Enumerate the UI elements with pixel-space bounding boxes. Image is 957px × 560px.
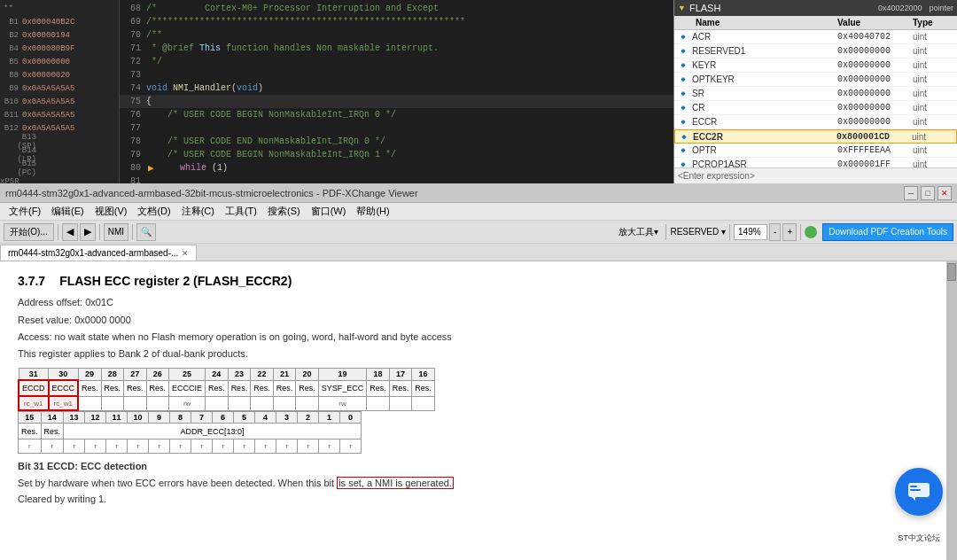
scrollbar[interactable] <box>946 261 957 560</box>
pdf-titlebar: rm0444-stm32g0x1-advanced-armbased-32bit… <box>0 183 957 203</box>
zoom-in-btn[interactable]: + <box>782 223 797 241</box>
field-res5: Res. <box>206 380 229 396</box>
code-line-71: * @brief This function handles Non maska… <box>146 43 439 53</box>
toolbar-nmi-btn[interactable]: NMI <box>104 223 128 241</box>
reg-row-keyr[interactable]: ◆ KEYR 0x00000000 uint <box>674 58 957 73</box>
field-res1: Res. <box>78 380 101 396</box>
toolbar-sep2 <box>99 224 100 240</box>
bit-desc-section: Bit 31 ECCD: ECC detection Set by hardwa… <box>18 459 929 507</box>
var-b8-val: 0x00000020 <box>22 71 70 80</box>
toolbar-sep3 <box>132 224 133 240</box>
field-res6: Res. <box>228 380 251 396</box>
reg-row-acr[interactable]: ◆ ACR 0x40040702 uint <box>674 30 957 44</box>
chat-label: ST中文论坛 <box>888 533 950 544</box>
toolbar-sep1 <box>58 224 58 240</box>
chat-bubble[interactable] <box>895 468 943 516</box>
pdf-tab-label: rm0444-stm32g0x1-advanced-armbased-... <box>8 248 178 258</box>
reg-panel-addr: 0x40022000 <box>878 4 922 12</box>
toolbar-search-btn[interactable]: 🔍 <box>136 223 156 241</box>
sidebar-header: ** <box>4 4 13 13</box>
field-res4: Res. <box>146 380 169 396</box>
menu-edit[interactable]: 编辑(E) <box>46 205 89 218</box>
menu-help[interactable]: 帮助(H) <box>351 205 394 218</box>
toolbar-fwd-btn[interactable]: ▶ <box>80 223 96 241</box>
reg-row-reserved1[interactable]: ◆ RESERVED1 0x00000000 uint <box>674 44 957 58</box>
reg-row-optkeyr[interactable]: ◆ OPTKEYR 0x00000000 uint <box>674 73 957 87</box>
menu-doc[interactable]: 文档(D) <box>132 205 175 218</box>
svg-rect-2 <box>910 489 921 491</box>
menu-tools[interactable]: 工具(T) <box>220 205 262 218</box>
pdf-tab-active[interactable]: rm0444-stm32g0x1-advanced-armbased-... ✕ <box>0 245 197 261</box>
download-btn[interactable]: Download PDF Creation Tools <box>822 223 953 241</box>
pdf-toolbar: 开始(O)... ◀ ▶ NMI 🔍 放大工具▾ RESERVED ▾ 149%… <box>0 221 957 244</box>
var-b11-val: 0x0A5A5A5A5 <box>22 111 74 120</box>
menu-view[interactable]: 视图(V) <box>89 205 133 218</box>
reg-row-ecc2r[interactable]: ◆ ECC2R 0x800001CD uint <box>674 129 957 144</box>
bit-desc-body: Set by hardware when two ECC errors have… <box>18 476 929 491</box>
tab-close-icon[interactable]: ✕ <box>182 249 189 258</box>
var-b9-val: 0x0A5A5A5A5 <box>22 84 74 93</box>
reg-row-cr[interactable]: ◆ CR 0x00000000 uint <box>674 101 957 115</box>
zoom-out-btn[interactable]: - <box>769 223 781 241</box>
status-green <box>805 226 817 238</box>
menu-window[interactable]: 窗口(W) <box>306 205 352 218</box>
reg-rows-container: ◆ ACR 0x40040702 uint ◆ RESERVED1 0x0000… <box>674 30 957 167</box>
bit-desc-title: Bit 31 ECCD: ECC detection <box>18 459 929 474</box>
register-panel: ▼ FLASH 0x40022000 pointer Name Value Ty… <box>673 0 957 183</box>
field-addr-ecc: ADDR_ECC[13:0] <box>64 424 362 439</box>
svg-rect-1 <box>910 486 917 487</box>
field-res3: Res. <box>124 380 147 396</box>
toolbar-open-btn[interactable]: 开始(O)... <box>4 223 54 241</box>
var-b4-val: 0x000080B9F <box>22 44 74 53</box>
reg-row-sr[interactable]: ◆ SR 0x00000000 uint <box>674 87 957 101</box>
reg-panel-header: ▼ FLASH 0x40022000 pointer <box>674 0 957 16</box>
minimize-button[interactable]: ─ <box>904 186 918 200</box>
scroll-thumb[interactable] <box>947 263 956 281</box>
reg-bit-table-top: 31 30 29 28 27 26 25 24 23 22 21 20 <box>18 368 435 411</box>
field-res11: Res. <box>389 380 412 396</box>
bit-31-label: Bit 31 ECCD: ECC detection <box>18 461 147 471</box>
reg-row-optr[interactable]: ◆ OPTR 0xFFFFEEAA uint <box>674 144 957 158</box>
reg-row-pcrop1asr[interactable]: ◆ PCROP1ASR 0x000001FF uint <box>674 158 957 167</box>
enter-expression-bar[interactable]: <Enter expression> <box>674 167 957 183</box>
field-sysf: SYSF_ECC <box>318 380 367 396</box>
pdf-tabs: rm0444-stm32g0x1-advanced-armbased-... ✕ <box>0 244 957 261</box>
var-b12-val: 0x0A5A5A5A5 <box>22 124 74 133</box>
svg-marker-3 <box>912 497 915 501</box>
code-view: 68 /* Cortex-M0+ Processor Interruption … <box>120 0 673 183</box>
reg-col-headers: Name Value Type <box>674 16 957 30</box>
maximize-button[interactable]: □ <box>921 186 935 200</box>
pdf-section-header: 3.7.7 FLASH ECC register 2 (FLASH_ECCR2) <box>18 274 929 288</box>
reset-value: Reset value: 0x0000 0000 <box>18 313 929 329</box>
var-b2-val: 0x00000194 <box>22 31 70 40</box>
code-line-78: /* USER CODE END NonMaskableInt_IRQn 0 *… <box>146 136 385 146</box>
code-line-72: */ <box>146 57 162 66</box>
menu-comment[interactable]: 注释(C) <box>176 205 220 218</box>
enter-expression-label: <Enter expression> <box>678 171 755 181</box>
field-res10: Res. <box>367 380 390 396</box>
field-res8: Res. <box>273 380 296 396</box>
toolbar-back-btn[interactable]: ◀ <box>62 223 78 241</box>
code-line-69: /***************************************… <box>146 17 465 27</box>
code-editor: ** B1 0x000040B2C B2 0x00000194 B4 0x000… <box>0 0 673 183</box>
field-res9: Res. <box>296 380 319 396</box>
col-type-header: Type <box>913 18 957 27</box>
menu-search[interactable]: 搜索(S) <box>262 205 306 218</box>
access-desc: Access: no wait state when no Flash memo… <box>18 330 929 345</box>
field-eccd: ECCD <box>19 380 49 396</box>
code-line-74: void NMI_Handler(void) <box>146 83 263 93</box>
section-title: FLASH ECC register 2 (FLASH_ECCR2) <box>59 274 292 288</box>
code-line-68: /* Cortex-M0+ Processor Interruption and… <box>146 4 439 13</box>
reg-row-eccr[interactable]: ◆ ECCR 0x00000000 uint <box>674 115 957 129</box>
register-bit-table: 31 30 29 28 27 26 25 24 23 22 21 20 <box>18 368 929 454</box>
highlighted-text: is set, a NMI is generated. <box>337 477 454 489</box>
pdf-window-title: rm0444-stm32g0x1-advanced-armbased-32bit… <box>5 188 904 198</box>
address-offset: Address offset: 0x01C <box>18 295 929 311</box>
close-button[interactable]: ✕ <box>938 186 952 200</box>
zoom-display[interactable]: 149% <box>734 224 767 240</box>
menu-file[interactable]: 文件(F) <box>4 205 46 218</box>
code-line-70: /** <box>146 30 162 40</box>
bit-desc-cleared: Cleared by writing 1. <box>18 492 929 507</box>
variables-sidebar: ** B1 0x000040B2C B2 0x00000194 B4 0x000… <box>0 0 120 183</box>
toolbar-zoom-tools-label: 放大工具▾ <box>619 226 658 238</box>
